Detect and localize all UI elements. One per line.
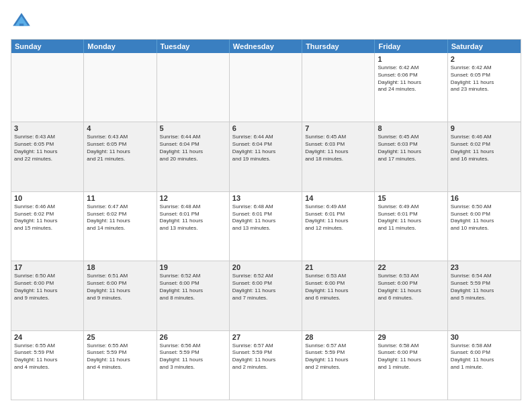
cell-info: Sunrise: 6:48 AM Sunset: 6:01 PM Dayligh… [160,203,226,232]
calendar: SundayMondayTuesdayWednesdayThursdayFrid… [11,39,521,400]
day-number: 10 [14,194,81,202]
calendar-body: 1Sunrise: 6:42 AM Sunset: 6:06 PM Daylig… [11,53,521,400]
day-number: 20 [232,263,299,271]
cell-info: Sunrise: 6:50 AM Sunset: 6:00 PM Dayligh… [451,203,518,232]
cell-info: Sunrise: 6:46 AM Sunset: 6:02 PM Dayligh… [14,203,81,232]
cell-info: Sunrise: 6:52 AM Sunset: 6:00 PM Dayligh… [232,273,299,302]
calendar-row-3: 17Sunrise: 6:50 AM Sunset: 6:00 PM Dayli… [11,261,521,330]
day-number: 23 [451,263,518,271]
calendar-row-1: 3Sunrise: 6:43 AM Sunset: 6:05 PM Daylig… [11,122,521,191]
calendar-cell: 24Sunrise: 6:55 AM Sunset: 5:59 PM Dayli… [11,331,84,400]
calendar-cell: 6Sunrise: 6:44 AM Sunset: 6:04 PM Daylig… [230,122,302,191]
logo-icon [11,11,32,32]
cell-info: Sunrise: 6:47 AM Sunset: 6:02 PM Dayligh… [87,203,153,232]
calendar-cell: 5Sunrise: 6:44 AM Sunset: 6:04 PM Daylig… [157,122,230,191]
day-number: 12 [160,194,226,202]
calendar-cell: 2Sunrise: 6:42 AM Sunset: 6:05 PM Daylig… [448,53,521,122]
cell-info: Sunrise: 6:44 AM Sunset: 6:04 PM Dayligh… [232,134,299,163]
day-number: 13 [232,194,299,202]
cell-info: Sunrise: 6:43 AM Sunset: 6:05 PM Dayligh… [87,134,153,163]
calendar-cell: 12Sunrise: 6:48 AM Sunset: 6:01 PM Dayli… [157,192,230,261]
cell-info: Sunrise: 6:52 AM Sunset: 6:00 PM Dayligh… [160,273,226,302]
cell-info: Sunrise: 6:55 AM Sunset: 5:59 PM Dayligh… [87,342,153,371]
cell-info: Sunrise: 6:55 AM Sunset: 5:59 PM Dayligh… [14,342,81,371]
calendar-cell: 23Sunrise: 6:54 AM Sunset: 5:59 PM Dayli… [448,261,521,330]
calendar-cell: 17Sunrise: 6:50 AM Sunset: 6:00 PM Dayli… [11,261,84,330]
cell-info: Sunrise: 6:56 AM Sunset: 5:59 PM Dayligh… [160,342,226,371]
day-number: 11 [87,194,153,202]
cell-info: Sunrise: 6:57 AM Sunset: 5:59 PM Dayligh… [305,342,371,371]
day-number: 21 [305,263,371,271]
day-number: 28 [305,333,371,341]
day-number: 29 [378,333,444,341]
day-number: 17 [14,263,81,271]
cell-info: Sunrise: 6:43 AM Sunset: 6:05 PM Dayligh… [14,134,81,163]
cell-info: Sunrise: 6:58 AM Sunset: 6:00 PM Dayligh… [451,342,518,371]
cell-info: Sunrise: 6:49 AM Sunset: 6:01 PM Dayligh… [305,203,371,232]
day-number: 4 [87,124,153,132]
header-day-wednesday: Wednesday [230,40,302,53]
page: SundayMondayTuesdayWednesdayThursdayFrid… [0,0,532,411]
calendar-cell: 28Sunrise: 6:57 AM Sunset: 5:59 PM Dayli… [302,331,375,400]
day-number: 7 [305,124,371,132]
day-number: 2 [451,55,518,63]
day-number: 15 [378,194,444,202]
cell-info: Sunrise: 6:53 AM Sunset: 6:00 PM Dayligh… [378,273,444,302]
calendar-row-4: 24Sunrise: 6:55 AM Sunset: 5:59 PM Dayli… [11,330,521,400]
cell-info: Sunrise: 6:46 AM Sunset: 6:02 PM Dayligh… [451,134,518,163]
logo [11,11,35,32]
header-day-thursday: Thursday [302,40,375,53]
cell-info: Sunrise: 6:49 AM Sunset: 6:01 PM Dayligh… [378,203,444,232]
calendar-row-2: 10Sunrise: 6:46 AM Sunset: 6:02 PM Dayli… [11,191,521,261]
svg-rect-2 [19,24,24,26]
cell-info: Sunrise: 6:48 AM Sunset: 6:01 PM Dayligh… [232,203,299,232]
header-day-saturday: Saturday [448,40,521,53]
calendar-cell: 25Sunrise: 6:55 AM Sunset: 5:59 PM Dayli… [84,331,157,400]
calendar-cell: 22Sunrise: 6:53 AM Sunset: 6:00 PM Dayli… [375,261,447,330]
day-number: 16 [451,194,518,202]
calendar-row-0: 1Sunrise: 6:42 AM Sunset: 6:06 PM Daylig… [11,53,521,122]
day-number: 27 [232,333,299,341]
header-day-sunday: Sunday [11,40,84,53]
calendar-cell: 15Sunrise: 6:49 AM Sunset: 6:01 PM Dayli… [375,192,447,261]
day-number: 24 [14,333,81,341]
header-day-friday: Friday [375,40,447,53]
day-number: 22 [378,263,444,271]
calendar-cell: 7Sunrise: 6:45 AM Sunset: 6:03 PM Daylig… [302,122,375,191]
calendar-cell: 26Sunrise: 6:56 AM Sunset: 5:59 PM Dayli… [157,331,230,400]
day-number: 5 [160,124,226,132]
calendar-cell: 4Sunrise: 6:43 AM Sunset: 6:05 PM Daylig… [84,122,157,191]
calendar-cell: 11Sunrise: 6:47 AM Sunset: 6:02 PM Dayli… [84,192,157,261]
calendar-cell: 1Sunrise: 6:42 AM Sunset: 6:06 PM Daylig… [375,53,447,122]
calendar-cell [84,53,157,122]
calendar-cell: 19Sunrise: 6:52 AM Sunset: 6:00 PM Dayli… [157,261,230,330]
cell-info: Sunrise: 6:42 AM Sunset: 6:06 PM Dayligh… [378,64,444,93]
calendar-cell: 18Sunrise: 6:51 AM Sunset: 6:00 PM Dayli… [84,261,157,330]
calendar-cell [302,53,375,122]
cell-info: Sunrise: 6:50 AM Sunset: 6:00 PM Dayligh… [14,273,81,302]
day-number: 1 [378,55,444,63]
day-number: 26 [160,333,226,341]
calendar-cell: 14Sunrise: 6:49 AM Sunset: 6:01 PM Dayli… [302,192,375,261]
cell-info: Sunrise: 6:45 AM Sunset: 6:03 PM Dayligh… [378,134,444,163]
calendar-cell: 10Sunrise: 6:46 AM Sunset: 6:02 PM Dayli… [11,192,84,261]
day-number: 25 [87,333,153,341]
calendar-cell: 9Sunrise: 6:46 AM Sunset: 6:02 PM Daylig… [448,122,521,191]
cell-info: Sunrise: 6:54 AM Sunset: 5:59 PM Dayligh… [451,273,518,302]
calendar-header: SundayMondayTuesdayWednesdayThursdayFrid… [11,40,521,53]
calendar-cell [230,53,302,122]
day-number: 3 [14,124,81,132]
day-number: 19 [160,263,226,271]
calendar-cell: 29Sunrise: 6:58 AM Sunset: 6:00 PM Dayli… [375,331,447,400]
calendar-cell [157,53,230,122]
cell-info: Sunrise: 6:53 AM Sunset: 6:00 PM Dayligh… [305,273,371,302]
cell-info: Sunrise: 6:44 AM Sunset: 6:04 PM Dayligh… [160,134,226,163]
calendar-cell [11,53,84,122]
day-number: 6 [232,124,299,132]
calendar-cell: 21Sunrise: 6:53 AM Sunset: 6:00 PM Dayli… [302,261,375,330]
cell-info: Sunrise: 6:45 AM Sunset: 6:03 PM Dayligh… [305,134,371,163]
calendar-cell: 30Sunrise: 6:58 AM Sunset: 6:00 PM Dayli… [448,331,521,400]
cell-info: Sunrise: 6:42 AM Sunset: 6:05 PM Dayligh… [451,64,518,93]
header [11,11,521,32]
day-number: 30 [451,333,518,341]
